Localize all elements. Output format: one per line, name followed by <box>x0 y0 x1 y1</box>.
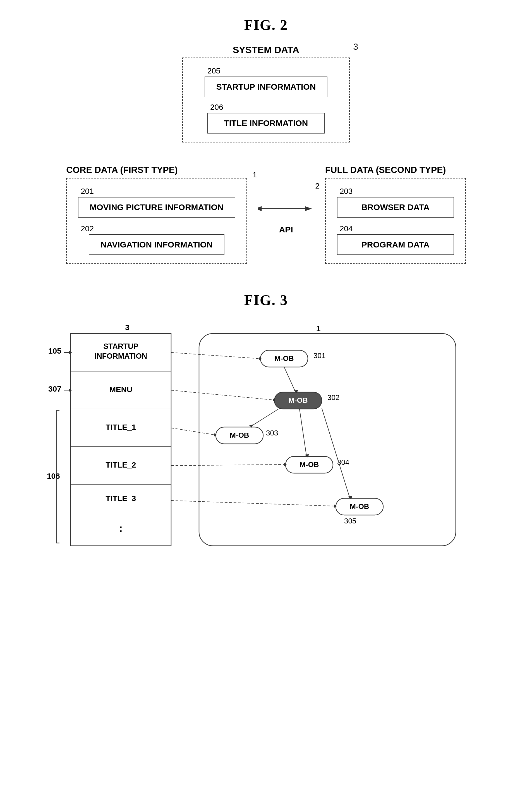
svg-text:TITLE_3: TITLE_3 <box>106 494 136 503</box>
conn-num-2: 2 <box>315 182 320 190</box>
program-box: PROGRAM DATA <box>337 234 454 255</box>
svg-text:TITLE_1: TITLE_1 <box>106 423 136 431</box>
data-row: CORE DATA (FIRST TYPE) 201 MOVING PICTUR… <box>43 165 489 264</box>
fig3-svg-wrapper: 3 105 307 106 STARTUP INFORMATIO <box>43 319 489 572</box>
svg-text:STARTUP: STARTUP <box>103 342 138 351</box>
svg-rect-4 <box>71 334 171 546</box>
svg-text:305: 305 <box>344 517 356 525</box>
conn-num-1: 1 <box>253 170 257 179</box>
title-info-box: TITLE INFORMATION <box>207 113 325 133</box>
full-data-section: FULL DATA (SECOND TYPE) 203 BROWSER DATA… <box>325 165 466 264</box>
fig2-title: FIG. 2 <box>244 17 288 33</box>
system-data-wrapper: SYSTEM DATA 3 205 STARTUP INFORMATION 20… <box>182 44 350 143</box>
svg-text:304: 304 <box>337 458 349 466</box>
navigation-wrapper: 202 NAVIGATION INFORMATION <box>78 224 235 255</box>
browser-wrapper: 203 BROWSER DATA <box>337 187 454 218</box>
startup-info-box: STARTUP INFORMATION <box>205 76 328 97</box>
system-data-label: SYSTEM DATA <box>182 44 350 55</box>
fig2-container: FIG. 2 SYSTEM DATA 3 205 STARTUP INFORMA… <box>43 17 489 264</box>
fig3-title: FIG. 3 <box>244 292 288 308</box>
system-data-box: 205 STARTUP INFORMATION 206 TITLE INFORM… <box>182 58 350 143</box>
full-data-box: 203 BROWSER DATA 204 PROGRAM DATA <box>325 178 466 264</box>
svg-text:303: 303 <box>266 429 278 437</box>
fig3-svg: 3 105 307 106 STARTUP INFORMATIO <box>43 319 489 571</box>
svg-text:M-OB: M-OB <box>300 460 319 469</box>
svg-text:105: 105 <box>48 347 61 355</box>
moving-picture-wrapper: 201 MOVING PICTURE INFORMATION <box>78 187 235 218</box>
full-data-label: FULL DATA (SECOND TYPE) <box>325 165 446 175</box>
navigation-num: 202 <box>81 224 94 233</box>
svg-text:1: 1 <box>316 324 321 333</box>
core-data-label: CORE DATA (FIRST TYPE) <box>66 165 177 175</box>
svg-text:M-OB: M-OB <box>230 431 249 439</box>
startup-num: 205 <box>207 67 221 75</box>
svg-text:106: 106 <box>47 472 60 480</box>
core-data-section: CORE DATA (FIRST TYPE) 201 MOVING PICTUR… <box>66 165 247 264</box>
api-arrow-svg <box>258 195 314 223</box>
program-num: 204 <box>340 224 353 233</box>
fig3-container: FIG. 3 3 105 307 106 <box>43 292 489 572</box>
api-area: 1 2 API <box>247 165 325 264</box>
browser-num: 203 <box>340 187 353 196</box>
system-data-number: 3 <box>353 42 358 52</box>
api-label: API <box>279 225 293 234</box>
svg-text:M-OB: M-OB <box>288 396 308 405</box>
program-wrapper: 204 PROGRAM DATA <box>337 224 454 255</box>
title-info-box-wrapper: 206 TITLE INFORMATION <box>207 103 325 133</box>
svg-text:307: 307 <box>48 385 61 393</box>
svg-text:MENU: MENU <box>109 385 132 394</box>
svg-text:TITLE_2: TITLE_2 <box>106 461 136 469</box>
svg-text:INFORMATION: INFORMATION <box>95 352 147 360</box>
startup-box-wrapper: 205 STARTUP INFORMATION <box>205 67 328 97</box>
svg-text:3: 3 <box>125 323 130 332</box>
svg-text::: : <box>119 523 122 534</box>
title-info-num: 206 <box>210 103 223 112</box>
core-data-box: 201 MOVING PICTURE INFORMATION 202 NAVIG… <box>66 178 247 264</box>
svg-text:302: 302 <box>327 393 339 402</box>
navigation-box: NAVIGATION INFORMATION <box>89 234 224 255</box>
svg-text:M-OB: M-OB <box>274 354 293 363</box>
svg-text:301: 301 <box>314 351 325 360</box>
browser-box: BROWSER DATA <box>337 197 454 218</box>
moving-picture-num: 201 <box>81 187 94 196</box>
moving-picture-box: MOVING PICTURE INFORMATION <box>78 197 235 218</box>
svg-text:M-OB: M-OB <box>350 502 369 511</box>
